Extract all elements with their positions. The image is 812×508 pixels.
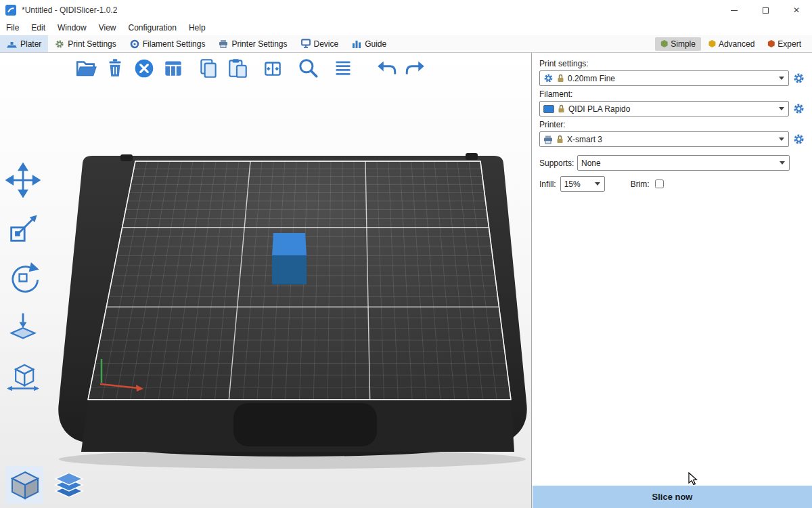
open-button[interactable] xyxy=(74,57,97,80)
filament-spool-icon xyxy=(130,39,139,49)
delete-button[interactable] xyxy=(104,57,127,80)
view-mode-buttons xyxy=(5,466,88,504)
filament-value: QIDI PLA Rapido xyxy=(568,104,775,114)
tab-device[interactable]: Device xyxy=(294,35,346,52)
print-settings-value: 0.20mm Fine xyxy=(568,74,775,83)
tabbar: Plater Print Settings Filament Settings … xyxy=(0,35,812,53)
filament-label: Filament: xyxy=(539,89,805,99)
tab-filament-settings[interactable]: Filament Settings xyxy=(123,35,212,52)
dropdown-arrow-icon xyxy=(779,137,784,141)
supports-combo[interactable]: None xyxy=(577,155,790,171)
mode-simple[interactable]: Simple xyxy=(655,37,701,51)
rotate-button[interactable] xyxy=(5,260,41,295)
infill-combo[interactable]: 15% xyxy=(560,176,605,192)
minimize-button[interactable] xyxy=(719,0,750,20)
titlebar: *Untitled - QIDISlicer-1.0.2 ✕ xyxy=(0,0,812,20)
preview-layers-button[interactable] xyxy=(50,466,88,504)
printer-icon xyxy=(219,39,228,49)
gear-icon xyxy=(793,133,805,145)
mode-switcher: Simple Advanced Expert xyxy=(655,35,812,52)
edit-filament-button[interactable] xyxy=(793,103,805,115)
bed-clip-left xyxy=(120,154,133,161)
split-icon xyxy=(261,57,284,80)
tab-print-settings[interactable]: Print Settings xyxy=(48,35,122,52)
printer-value: X-smart 3 xyxy=(567,135,775,144)
printer-label: Printer: xyxy=(539,120,805,129)
lock-icon xyxy=(556,135,564,144)
maximize-button[interactable] xyxy=(750,0,781,20)
gear-icon xyxy=(793,103,805,114)
close-icon: ✕ xyxy=(793,5,800,15)
move-button[interactable] xyxy=(5,163,41,198)
search-icon xyxy=(296,57,319,80)
brim-label: Brim: xyxy=(631,179,650,189)
scale-button[interactable] xyxy=(5,211,41,247)
dropdown-arrow-icon xyxy=(779,107,784,110)
infill-value: 15% xyxy=(564,179,591,189)
dropdown-arrow-icon xyxy=(779,77,784,80)
mode-advanced[interactable]: Advanced xyxy=(703,37,760,51)
print-settings-combo[interactable]: 0.20mm Fine xyxy=(539,70,789,86)
scale-icon xyxy=(5,211,41,247)
measure-cube-icon xyxy=(5,358,41,393)
lock-icon xyxy=(558,104,565,113)
menu-view[interactable]: View xyxy=(93,20,122,35)
arrange-button[interactable] xyxy=(162,57,185,80)
menu-configuration[interactable]: Configuration xyxy=(122,20,183,35)
top-toolbar xyxy=(74,57,427,80)
guide-icon xyxy=(352,39,361,49)
print-settings-gear-icon xyxy=(55,39,64,49)
measure-button[interactable] xyxy=(5,358,41,393)
place-on-face-button[interactable] xyxy=(5,309,41,344)
close-button[interactable]: ✕ xyxy=(781,0,812,20)
minimize-icon xyxy=(731,10,738,11)
tab-printer-settings[interactable]: Printer Settings xyxy=(212,35,294,52)
layers-list-icon xyxy=(332,57,355,80)
device-monitor-icon xyxy=(301,39,311,49)
menu-help[interactable]: Help xyxy=(183,20,212,35)
viewport-3d[interactable] xyxy=(0,53,532,508)
app-icon xyxy=(5,5,16,16)
printer-combo[interactable]: X-smart 3 xyxy=(539,131,789,147)
edit-print-settings-button[interactable] xyxy=(793,72,805,85)
view-3d-button[interactable] xyxy=(5,466,43,504)
split-button[interactable] xyxy=(261,57,284,80)
copy-icon xyxy=(197,57,220,80)
search-button[interactable] xyxy=(296,57,319,80)
plater-icon xyxy=(7,39,17,49)
maximize-icon xyxy=(763,7,769,14)
bed-clip-right xyxy=(466,153,478,160)
menu-edit[interactable]: Edit xyxy=(25,20,51,35)
copy-button[interactable] xyxy=(197,57,220,80)
rotate-icon xyxy=(5,260,41,295)
tab-plater[interactable]: Plater xyxy=(0,35,48,52)
settings-sidebar: Print settings: 0.20mm Fine Filament: QI… xyxy=(533,53,812,508)
variable-layer-height-button[interactable] xyxy=(332,57,355,80)
print-settings-label: Print settings: xyxy=(539,59,805,68)
brim-checkbox[interactable] xyxy=(655,179,664,188)
delete-all-button[interactable] xyxy=(133,57,156,80)
bed-handle-notch xyxy=(233,403,377,446)
mode-expert[interactable]: Expert xyxy=(762,37,807,51)
tab-guide[interactable]: Guide xyxy=(345,35,393,52)
filament-combo[interactable]: QIDI PLA Rapido xyxy=(539,101,789,117)
supports-label: Supports: xyxy=(539,158,577,168)
expert-mode-icon xyxy=(767,40,775,47)
supports-value: None xyxy=(581,158,776,168)
undo-button[interactable] xyxy=(375,57,398,80)
menu-file[interactable]: File xyxy=(0,20,25,35)
slice-now-button[interactable]: Slice now xyxy=(533,486,812,508)
menubar: File Edit Window View Configuration Help xyxy=(0,20,812,35)
trash-icon xyxy=(104,57,127,80)
main-area: Print settings: 0.20mm Fine Filament: QI… xyxy=(0,53,812,508)
arrange-icon xyxy=(162,57,185,80)
model-cube[interactable] xyxy=(272,233,307,284)
move-icon xyxy=(5,163,41,198)
infill-label: Infill: xyxy=(539,179,556,189)
menu-window[interactable]: Window xyxy=(51,20,93,35)
edit-printer-button[interactable] xyxy=(793,133,805,146)
scene xyxy=(0,53,532,508)
redo-button[interactable] xyxy=(404,57,427,80)
filament-color-swatch xyxy=(543,105,554,113)
paste-button[interactable] xyxy=(226,57,249,80)
